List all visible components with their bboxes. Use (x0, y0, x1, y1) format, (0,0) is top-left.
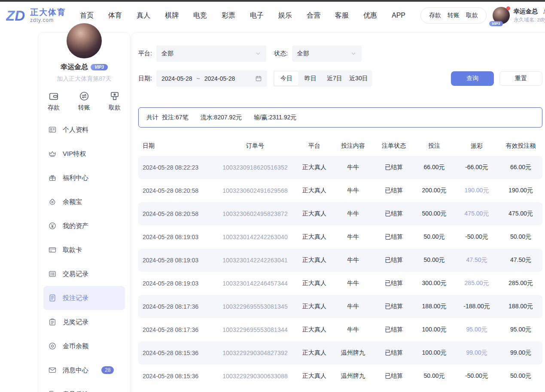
nav-item[interactable]: 优惠 (363, 11, 377, 20)
status-select-value: 全部 (297, 50, 309, 58)
nav-item[interactable]: 电子 (250, 11, 264, 20)
nav-item[interactable]: 体育 (108, 11, 122, 20)
cell-status: 已结算 (374, 233, 414, 241)
quick-action[interactable]: 取款 (109, 91, 121, 112)
vip-badge: VIP3 (489, 21, 503, 26)
date-separator: ~ (197, 75, 200, 82)
table-row: 2024-05-28 08:15:36 1003229290300633088 … (138, 365, 542, 388)
date-range-input[interactable]: 2024-05-28 ~ 2024-05-28 (156, 70, 267, 87)
quick-action[interactable]: 存款 (48, 91, 60, 112)
cell-bet-content: 温州牌九 (332, 349, 374, 357)
profile-avatar (67, 23, 102, 58)
sidebar-menu-item[interactable]: 余额宝 (43, 190, 125, 214)
platform-select[interactable]: 全部 (156, 46, 266, 62)
cell-payout: 47.50元 (454, 256, 499, 264)
nav-item[interactable]: 客服 (335, 11, 349, 20)
cell-order-number: 1003230142242263040 (214, 234, 296, 240)
quick-action[interactable]: 转账 (78, 91, 90, 112)
table-row: 2024-05-28 08:19:03 1003230142242263040 … (138, 225, 542, 249)
cell-bet-amount: 500.00元 (414, 210, 454, 218)
nav-item[interactable]: 电竞 (193, 11, 207, 20)
cell-status: 已结算 (374, 187, 414, 194)
column-header-platform: 平台 (296, 142, 332, 150)
money-bag-icon (48, 198, 57, 206)
wallet-action-button[interactable]: 转账 (448, 12, 460, 19)
site-logo[interactable]: ZD 正大体育 zdty.com (6, 7, 66, 24)
bet-records-table: 2024-05-28 08:22:23 1003230918620516352 … (138, 156, 542, 388)
table-row: 2024-05-28 08:15:36 1003229290304827392 … (138, 341, 542, 365)
menu-item-label: 意见反馈 (63, 390, 88, 392)
coin-icon (48, 342, 57, 350)
nav-item[interactable]: 合营 (307, 11, 320, 20)
status-select[interactable]: 全部 (292, 46, 362, 62)
cell-valid-bet-amount: 99.00元 (499, 349, 542, 357)
nav-item[interactable]: 真人 (137, 11, 150, 20)
sidebar-menu-item[interactable]: 交易记录 (43, 262, 125, 286)
user-avatar: VIP3 (493, 7, 510, 24)
assets-icon (48, 222, 57, 230)
sidebar-menu-item[interactable]: 投注记录 (43, 286, 125, 310)
date-range-option[interactable]: 近30日 (347, 72, 371, 85)
sidebar-menu-item[interactable]: 取款卡 (43, 238, 125, 262)
cell-platform: 正大真人 (296, 164, 332, 171)
cell-valid-bet-amount: 188.00元 (499, 303, 542, 310)
cell-valid-bet-amount: 285.00元 (499, 280, 542, 287)
cell-bet-amount: 50.00元 (414, 372, 454, 380)
nav-item[interactable]: APP (392, 12, 405, 19)
column-header-status: 注单状态 (374, 142, 414, 150)
nav-item[interactable]: 娱乐 (278, 11, 292, 20)
wallet-action-button[interactable]: 存款 (429, 12, 441, 19)
column-header-order: 订单号 (214, 142, 296, 150)
cell-order-number: 1003230602491629568 (214, 187, 296, 194)
cell-valid-bet-amount: 47.50元 (499, 256, 542, 264)
cell-date: 2024-05-28 08:17:36 (138, 326, 214, 333)
cell-bet-amount: 200.00元 (414, 187, 454, 194)
cell-order-number: 1003229695553081344 (214, 326, 296, 333)
menu-item-label: 福利中心 (63, 174, 88, 182)
date-range-option[interactable]: 今日 (274, 72, 298, 85)
cell-status: 已结算 (374, 303, 414, 310)
profile-vip-badge: VIP3 (91, 64, 108, 70)
sidebar-menu-item[interactable]: 兑奖记录 (43, 310, 125, 334)
content-panel: 平台: 全部 状态: 全部 日期: 2024-05-28 ~ 2024-05-2… (131, 32, 545, 392)
cell-date: 2024-05-28 08:20:58 (138, 187, 214, 194)
summary-turnover: 流水:8207.92元 (200, 114, 242, 122)
table-row: 2024-05-28 08:19:03 1003230142246457344 … (138, 272, 542, 295)
cell-date: 2024-05-28 08:19:03 (138, 280, 214, 287)
nav-item[interactable]: 彩票 (222, 11, 235, 20)
date-range-option[interactable]: 近7日 (323, 72, 347, 85)
sidebar-quick-actions: 存款 转账 取款 (38, 91, 130, 112)
search-button[interactable]: 查询 (451, 71, 494, 86)
sidebar-menu-item[interactable]: 意见反馈 (43, 382, 125, 392)
menu-item-label: 金币余额 (63, 342, 88, 350)
wallet-action-button[interactable]: 取款 (466, 12, 478, 19)
sidebar-menu-item[interactable]: 福利中心 (43, 166, 125, 190)
page: ZD 正大体育 zdty.com 首页体育真人棋牌电竞彩票电子娱乐合营客服优惠A… (0, 0, 545, 392)
cell-valid-bet-amount: 50.00元 (499, 372, 542, 380)
menu-item-label: 消息中心 (63, 366, 88, 374)
main-nav: 首页体育真人棋牌电竞彩票电子娱乐合营客服优惠APP (80, 11, 405, 20)
cell-platform: 正大真人 (296, 280, 332, 287)
cell-platform: 正大真人 (296, 233, 332, 241)
sidebar-menu-item[interactable]: VIP特权 (43, 142, 125, 166)
cell-order-number: 1003229695553081345 (214, 303, 296, 310)
filter-row-dates: 日期: 2024-05-28 ~ 2024-05-28 今日昨日近7日近30日 … (138, 70, 542, 87)
id-card-icon (48, 125, 57, 134)
sidebar-menu-item[interactable]: 消息中心 28 (43, 358, 125, 382)
sidebar-menu-item[interactable]: 我的资产 (43, 214, 125, 238)
nav-item[interactable]: 棋牌 (165, 11, 179, 20)
cell-platform: 正大真人 (296, 187, 332, 194)
date-quick-ranges: 今日昨日近7日近30日 (273, 70, 372, 87)
transactions-icon (48, 270, 57, 278)
reset-button[interactable]: 重置 (499, 71, 542, 86)
cell-valid-bet-amount: 475.00元 (499, 210, 542, 218)
sidebar-menu-item[interactable]: 金币余额 (43, 334, 125, 358)
sidebar-menu-item[interactable]: 个人资料 (43, 118, 125, 142)
chevron-down-icon (255, 51, 261, 57)
menu-item-label: 兑奖记录 (63, 318, 88, 326)
cell-platform: 正大真人 (296, 349, 332, 357)
user-menu[interactable]: VIP3 幸运金总总 永久域名: zdty (493, 7, 545, 24)
date-range-option[interactable]: 昨日 (298, 72, 323, 85)
nav-item[interactable]: 首页 (80, 11, 94, 20)
sidebar-menu: 个人资料 VIP特权 福利中心 余额宝 (38, 118, 130, 392)
